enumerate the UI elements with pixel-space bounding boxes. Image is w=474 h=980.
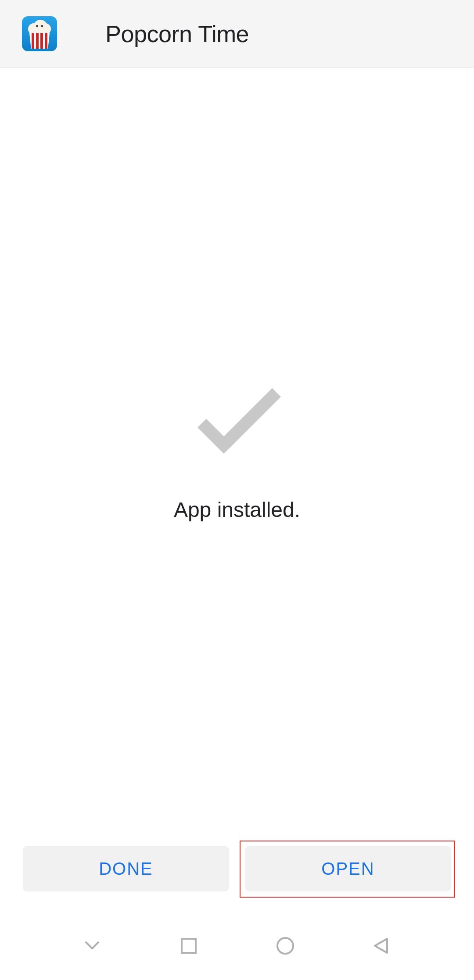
installer-header: Popcorn Time (0, 0, 474, 68)
back-triangle-icon[interactable] (371, 935, 392, 956)
recent-apps-square-icon[interactable] (178, 935, 199, 956)
chevron-down-icon[interactable] (82, 935, 103, 956)
app-title: Popcorn Time (105, 20, 249, 47)
install-status-text: App installed. (174, 498, 300, 522)
popcorn-time-app-icon (22, 16, 57, 51)
system-navigation-bar (0, 920, 474, 980)
installer-content: App installed. (0, 68, 474, 980)
svg-point-1 (277, 938, 293, 954)
svg-rect-0 (182, 939, 196, 953)
open-button[interactable]: OPEN (245, 846, 451, 891)
done-button[interactable]: DONE (23, 846, 229, 891)
action-button-row: DONE OPEN (0, 846, 474, 891)
svg-marker-2 (375, 939, 387, 953)
home-circle-icon[interactable] (275, 935, 296, 956)
checkmark-icon (189, 384, 285, 454)
